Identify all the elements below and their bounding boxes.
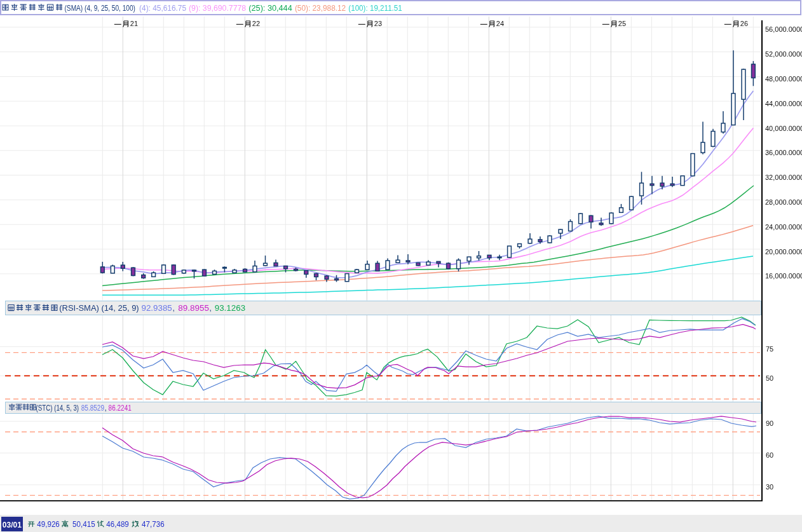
svg-text:50,415: 50,415 xyxy=(72,520,95,529)
svg-text:30: 30 xyxy=(766,483,773,491)
svg-text:25: 25 xyxy=(618,20,626,27)
svg-text:49,926: 49,926 xyxy=(37,520,60,529)
svg-text:36,000.0000: 36,000.0000 xyxy=(765,149,802,156)
svg-text:(50): 23,988.12: (50): 23,988.12 xyxy=(295,4,346,13)
svg-text:93.1263: 93.1263 xyxy=(215,304,246,313)
svg-text:03/01: 03/01 xyxy=(3,521,22,529)
svg-text:(9): 39,690.7778: (9): 39,690.7778 xyxy=(189,4,247,13)
svg-text:16,000.0000: 16,000.0000 xyxy=(765,272,802,280)
svg-text:48,000.0000: 48,000.0000 xyxy=(765,75,802,83)
svg-text:26: 26 xyxy=(740,20,748,27)
svg-text:23: 23 xyxy=(374,20,382,27)
svg-text:86.2241: 86.2241 xyxy=(109,403,132,412)
svg-text:,: , xyxy=(105,403,107,412)
svg-text:50: 50 xyxy=(766,374,773,382)
svg-text:(100): 19,211.51: (100): 19,211.51 xyxy=(348,4,402,13)
svg-text:(STC) (14, 5, 3): (STC) (14, 5, 3) xyxy=(36,403,79,412)
svg-text:(4): 45,616.75: (4): 45,616.75 xyxy=(139,4,186,13)
svg-text:(RSI-SMA) (14, 25, 9): (RSI-SMA) (14, 25, 9) xyxy=(59,304,139,313)
svg-text:40,000.0000: 40,000.0000 xyxy=(765,125,802,132)
svg-text:46,489: 46,489 xyxy=(106,520,129,529)
svg-text:,: , xyxy=(210,304,212,313)
svg-text:75: 75 xyxy=(766,345,773,353)
svg-text:(25): 30,444: (25): 30,444 xyxy=(248,4,292,13)
svg-text:60: 60 xyxy=(766,451,773,459)
svg-text:(SMA) (4, 9, 25, 50, 100): (SMA) (4, 9, 25, 50, 100) xyxy=(65,4,136,13)
svg-text:56,000.0000: 56,000.0000 xyxy=(765,25,802,33)
svg-text:47,736: 47,736 xyxy=(142,520,165,529)
svg-text:90: 90 xyxy=(766,419,773,427)
svg-text:21: 21 xyxy=(130,20,138,27)
svg-text:28,000.0000: 28,000.0000 xyxy=(765,198,802,206)
svg-text:92.9385: 92.9385 xyxy=(142,304,173,313)
svg-text:20,000.0000: 20,000.0000 xyxy=(765,248,802,256)
svg-text:32,000.0000: 32,000.0000 xyxy=(765,174,802,181)
svg-text:24,000.0000: 24,000.0000 xyxy=(765,223,802,231)
svg-text:24: 24 xyxy=(496,20,504,27)
svg-text:52,000.0000: 52,000.0000 xyxy=(765,50,802,58)
svg-text:89.8955: 89.8955 xyxy=(178,304,209,313)
svg-text:85.8529: 85.8529 xyxy=(81,403,104,412)
svg-text:22: 22 xyxy=(252,20,260,27)
svg-text:,: , xyxy=(173,304,175,313)
svg-text:44,000.0000: 44,000.0000 xyxy=(765,100,802,107)
